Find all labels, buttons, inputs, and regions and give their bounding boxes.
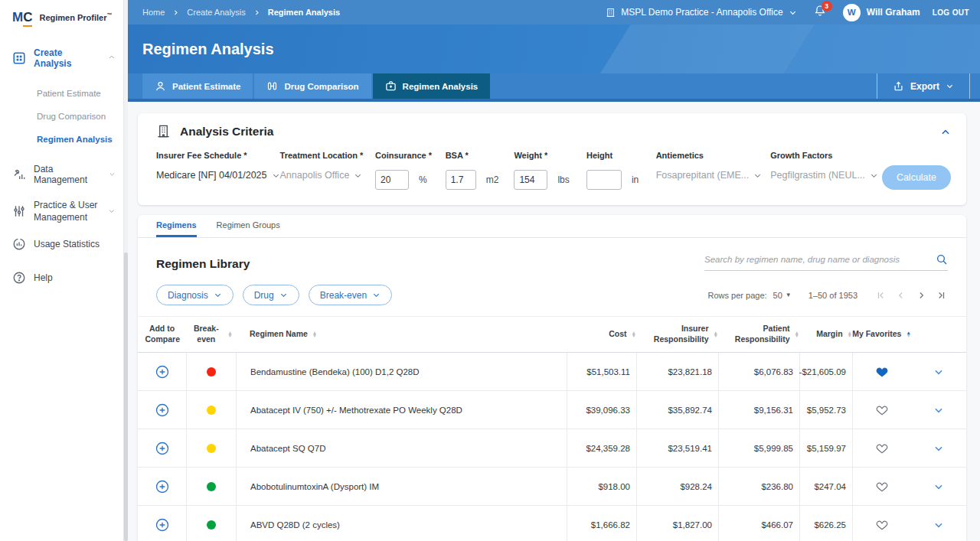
sidebar-item-create-analysis[interactable]: Create Analysis xyxy=(0,41,123,76)
cost-value: $39,096.33 xyxy=(567,391,636,429)
height-input[interactable] xyxy=(586,170,622,190)
building-icon xyxy=(606,8,616,18)
last-page-button[interactable] xyxy=(934,288,948,302)
patient-responsibility-value: $6,076.83 xyxy=(718,353,799,390)
search-icon[interactable] xyxy=(936,253,948,266)
table-row[interactable]: Abatacept IV (750) +/- Methotrexate PO W… xyxy=(138,391,966,429)
field-insurer-fee-schedule: Insurer Fee Schedule * Medicare [NF] 04/… xyxy=(156,151,280,181)
sidebar-item-drug-comparison[interactable]: Drug Comparison xyxy=(0,105,123,128)
calculate-button[interactable]: Calculate xyxy=(882,165,951,190)
table-row[interactable]: Abatacept SQ Q7D $24,359.28 $23,519.41 $… xyxy=(138,429,966,468)
sidebar-item-usage-statistics[interactable]: Usage Statistics xyxy=(0,230,123,258)
collapse-chevron-icon[interactable] xyxy=(940,127,951,138)
logout-button[interactable]: LOG OUT xyxy=(933,8,969,17)
search-input[interactable] xyxy=(704,255,936,264)
previous-page-button[interactable] xyxy=(894,288,908,302)
table-row[interactable]: AbobotulinumtoxinA (Dysport) IM $918.00 … xyxy=(138,468,966,506)
chevron-down-icon xyxy=(354,171,362,180)
breadcrumb-create-analysis[interactable]: Create Analysis xyxy=(187,8,245,17)
coinsurance-input[interactable] xyxy=(375,170,409,190)
expand-row-button[interactable] xyxy=(933,520,944,530)
scrollbar-thumb[interactable] xyxy=(124,253,128,541)
sort-icon-active[interactable]: ▲▼ xyxy=(906,331,910,337)
column-insurer-responsibility[interactable]: Insurer Responsibility▲▼ xyxy=(636,324,718,344)
margin-value: $247.04 xyxy=(799,468,852,505)
filter-drug[interactable]: Drug xyxy=(243,285,299,305)
avatar: W xyxy=(843,4,861,21)
insurer-fee-schedule-select[interactable]: Medicare [NF] 04/01/2025 xyxy=(156,170,280,181)
expand-row-button[interactable] xyxy=(933,443,944,454)
break-even-status-dot xyxy=(207,444,216,453)
expand-row-button[interactable] xyxy=(933,481,944,492)
sidebar-item-practice-user-management[interactable]: Practice & User Management xyxy=(0,192,123,230)
table-row[interactable]: ABVD Q28D (2 cycles) $1,666.82 $1,827.00… xyxy=(138,506,966,541)
expand-row-button[interactable] xyxy=(933,405,944,416)
break-even-status-dot xyxy=(207,367,216,376)
insurer-responsibility-value: $1,827.00 xyxy=(636,506,718,541)
chevron-down-icon xyxy=(753,171,762,180)
add-to-compare-button[interactable] xyxy=(155,441,170,456)
sidebar-item-data-management[interactable]: Data Management xyxy=(0,157,123,192)
chevron-up-icon xyxy=(108,53,116,64)
medical-bag-icon xyxy=(385,80,397,92)
app-logo[interactable]: MC Regimen Profiler™ xyxy=(0,0,123,33)
column-regimen-name[interactable]: Regimen Name▲▼ xyxy=(236,324,567,344)
filter-break-even[interactable]: Break-even xyxy=(309,285,392,305)
filter-diagnosis[interactable]: Diagnosis xyxy=(156,285,234,305)
breadcrumb-current: Regimen Analysis xyxy=(268,8,340,17)
column-my-favorites[interactable]: My Favorites▲▼ xyxy=(852,324,911,344)
sidebar-item-label: Create Analysis xyxy=(34,47,100,69)
column-cost[interactable]: Cost▲▼ xyxy=(567,324,636,344)
bsa-input[interactable] xyxy=(446,170,476,190)
search-field[interactable] xyxy=(704,253,948,271)
regimen-name: Bendamustine (Bendeka) (100) D1,2 Q28D xyxy=(236,353,567,390)
expand-row-button[interactable] xyxy=(933,367,944,377)
tab-regimen-analysis[interactable]: Regimen Analysis xyxy=(373,73,491,99)
sidebar-item-regimen-analysis[interactable]: Regimen Analysis xyxy=(0,128,123,151)
sidebar-item-help[interactable]: Help xyxy=(0,264,123,292)
column-margin[interactable]: Margin▲▼ xyxy=(799,324,852,344)
person-icon xyxy=(155,80,166,92)
favorite-button[interactable] xyxy=(876,442,888,455)
add-to-compare-button[interactable] xyxy=(155,517,170,533)
export-button[interactable]: Export xyxy=(877,73,970,99)
treatment-location-select[interactable]: Annapolis Office xyxy=(280,170,375,181)
user-menu[interactable]: W Will Graham xyxy=(843,4,920,21)
tab-regimen-groups[interactable]: Regimen Groups xyxy=(217,220,280,237)
column-patient-responsibility[interactable]: Patient Responsibility▲▼ xyxy=(718,324,799,344)
notifications-button[interactable]: 3 xyxy=(814,5,826,20)
margin-value: $5,952.73 xyxy=(799,391,852,429)
page-scrollbar[interactable] xyxy=(124,0,128,541)
practice-selector[interactable]: MSPL Demo Practice - Annapolis Office xyxy=(606,7,796,18)
regimen-name: ABVD Q28D (2 cycles) xyxy=(236,506,567,541)
rows-per-page-select[interactable]: 50▼ xyxy=(773,291,792,300)
column-add-to-compare: Add to Compare xyxy=(138,324,186,344)
next-page-button[interactable] xyxy=(914,288,928,302)
first-page-button[interactable] xyxy=(874,288,888,302)
breadcrumb-home[interactable]: Home xyxy=(142,8,165,17)
cost-value: $24,359.28 xyxy=(567,429,636,467)
tab-regimens[interactable]: Regimens xyxy=(156,220,197,237)
add-to-compare-button[interactable] xyxy=(155,364,170,380)
column-break-even[interactable]: Break-even▲▼ xyxy=(186,324,236,344)
tab-drug-comparison[interactable]: Drug Comparison xyxy=(254,73,371,99)
antiemetics-select[interactable]: Fosaprepitant (EME... xyxy=(656,170,771,181)
tab-patient-estimate[interactable]: Patient Estimate xyxy=(142,73,253,99)
growth-factors-select[interactable]: Pegfilgrastim (NEUL... xyxy=(770,170,882,181)
weight-input[interactable] xyxy=(514,170,547,190)
sort-icon[interactable]: ▲▼ xyxy=(227,331,232,337)
table-row[interactable]: Bendamustine (Bendeka) (100) D1,2 Q28D $… xyxy=(138,353,966,391)
favorite-button[interactable] xyxy=(876,481,888,493)
app-name: Regimen Profiler™ xyxy=(39,12,112,22)
add-to-compare-button[interactable] xyxy=(155,479,170,494)
analysis-criteria-panel: Analysis Criteria Insurer Fee Schedule *… xyxy=(138,113,966,205)
cost-value: $1,666.82 xyxy=(567,506,636,541)
add-to-compare-button[interactable] xyxy=(155,402,170,418)
sliders-icon xyxy=(12,204,26,218)
favorite-button[interactable] xyxy=(876,366,888,378)
sidebar-item-patient-estimate[interactable]: Patient Estimate xyxy=(0,82,123,105)
sort-icon[interactable]: ▲▼ xyxy=(312,331,317,337)
favorite-button[interactable] xyxy=(876,404,888,416)
breadcrumb-chevron-icon xyxy=(172,9,179,16)
favorite-button[interactable] xyxy=(876,519,888,531)
